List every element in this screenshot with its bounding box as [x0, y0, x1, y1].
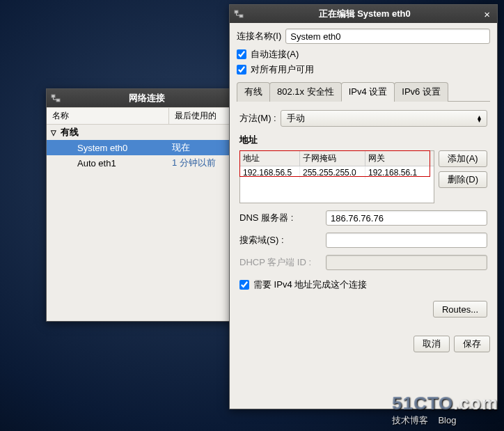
connection-item-eth0[interactable]: System eth0 现在	[47, 140, 233, 155]
tab-ipv6[interactable]: IPv6 设置	[394, 82, 448, 102]
avail-all-input[interactable]	[237, 65, 246, 75]
routes-row: Routes...	[239, 301, 487, 318]
bottom-buttons: 取消 保存	[237, 336, 490, 352]
connection-tree: ▽ 有线 System eth0 现在 Auto eth1 1 分钟以前	[47, 125, 233, 171]
avail-all-checkbox[interactable]: 对所有用户可用	[237, 63, 490, 76]
tab-security[interactable]: 802.1x 安全性	[269, 82, 342, 102]
dns-row: DNS 服务器 :	[239, 210, 487, 226]
connection-item-eth1[interactable]: Auto eth1 1 分钟以前	[47, 155, 233, 171]
conn-name-label: 连接名称(I)	[237, 30, 281, 42]
method-combobox[interactable]: 手动 ▴▾	[281, 110, 487, 127]
svg-rect-1	[56, 99, 60, 102]
dhcp-row: DHCP 客户端 ID :	[239, 255, 487, 270]
watermark-sub: 技术博客 Blog	[392, 414, 498, 427]
address-table[interactable]: 地址 子网掩码 网关 192.168.56.5 255.255.255.0 19…	[239, 150, 434, 203]
cancel-button[interactable]: 取消	[414, 336, 450, 352]
expand-icon[interactable]: ▽	[51, 129, 61, 136]
save-button[interactable]: 保存	[454, 336, 490, 352]
svg-rect-3	[239, 15, 243, 17]
col-last-used[interactable]: 最后使用的	[169, 108, 233, 124]
address-row[interactable]: 192.168.56.5 255.255.255.0 192.168.56.1	[240, 166, 434, 179]
edit-title: 正在编辑 System eth0	[248, 8, 481, 20]
require-ipv4-checkbox[interactable]: 需要 IPv4 地址完成这个连接	[239, 279, 487, 291]
delete-button[interactable]: 删除(D)	[439, 171, 487, 188]
address-side-buttons: 添加(A) 删除(D)	[439, 150, 487, 203]
address-area: 地址 子网掩码 网关 192.168.56.5 255.255.255.0 19…	[239, 150, 487, 203]
tab-ipv4[interactable]: IPv4 设置	[341, 82, 395, 102]
search-input[interactable]	[326, 233, 487, 248]
nc-title: 网络连接	[65, 92, 229, 104]
dhcp-input	[326, 255, 487, 270]
col-name[interactable]: 名称	[47, 108, 169, 124]
network-connections-window: 网络连接 名称 最后使用的 ▽ 有线 System eth0 现在 Auto e…	[46, 88, 234, 322]
edit-body: 连接名称(I) 自动连接(A) 对所有用户可用 有线 802.1x 安全性 IP…	[230, 23, 497, 358]
svg-rect-0	[52, 95, 55, 97]
category-wired[interactable]: ▽ 有线	[47, 125, 233, 140]
edit-connection-window: 正在编辑 System eth0 × 连接名称(I) 自动连接(A) 对所有用户…	[229, 4, 498, 409]
column-headers: 名称 最后使用的	[47, 107, 233, 125]
auto-connect-checkbox[interactable]: 自动连接(A)	[237, 48, 490, 61]
conn-name-input[interactable]	[285, 29, 490, 44]
tabs: 有线 802.1x 安全性 IPv4 设置 IPv6 设置	[237, 81, 490, 102]
auto-connect-input[interactable]	[237, 49, 246, 59]
dns-input[interactable]	[326, 210, 487, 226]
chevron-updown-icon: ▴▾	[478, 115, 481, 122]
network-icon	[51, 93, 61, 103]
require-ipv4-input[interactable]	[239, 280, 249, 290]
edit-titlebar[interactable]: 正在编辑 System eth0 ×	[230, 5, 497, 23]
add-button[interactable]: 添加(A)	[439, 150, 487, 167]
conn-name-row: 连接名称(I)	[237, 29, 490, 44]
nc-titlebar[interactable]: 网络连接	[47, 89, 233, 107]
network-icon	[234, 9, 244, 19]
address-section-label: 地址	[239, 134, 487, 146]
method-row: 方法(M) : 手动 ▴▾	[239, 110, 487, 127]
tab-wired[interactable]: 有线	[237, 82, 270, 102]
svg-rect-2	[235, 10, 238, 13]
ipv4-panel: 方法(M) : 手动 ▴▾ 地址 地址 子网掩码 网关 192.168.56.5	[237, 102, 490, 326]
search-row: 搜索域(S) :	[239, 233, 487, 248]
nc-body: 名称 最后使用的 ▽ 有线 System eth0 现在 Auto eth1 1…	[47, 107, 233, 171]
routes-button[interactable]: Routes...	[433, 301, 487, 318]
close-icon[interactable]: ×	[481, 8, 493, 20]
address-table-header: 地址 子网掩码 网关	[240, 151, 434, 166]
